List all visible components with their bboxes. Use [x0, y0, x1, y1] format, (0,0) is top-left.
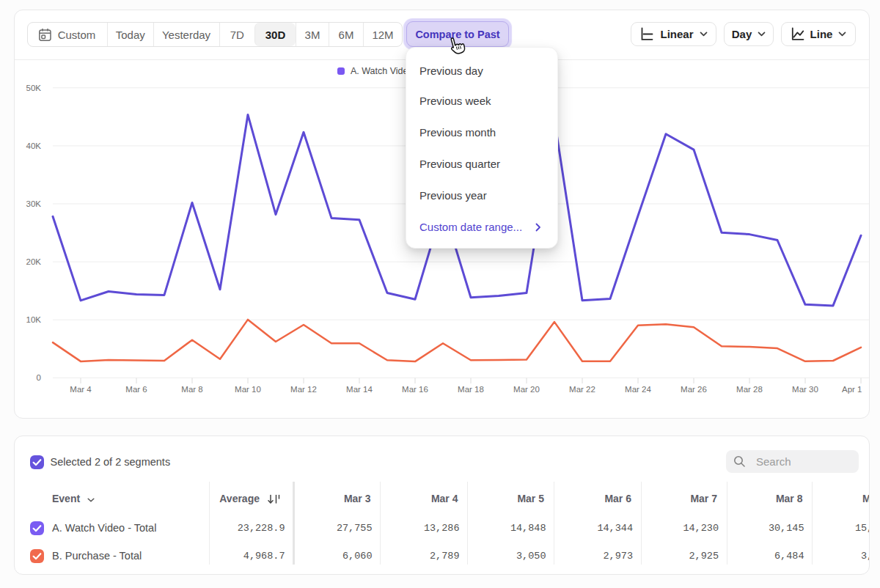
svg-text:Apr 1: Apr 1: [842, 385, 862, 394]
svg-text:Mar 14: Mar 14: [346, 385, 373, 394]
svg-text:10K: 10K: [26, 315, 42, 324]
svg-text:0: 0: [37, 373, 41, 382]
svg-text:Mar 24: Mar 24: [625, 385, 651, 394]
svg-text:50K: 50K: [26, 84, 42, 92]
svg-text:Mar 16: Mar 16: [402, 385, 428, 394]
svg-text:Mar 12: Mar 12: [290, 385, 317, 394]
svg-text:Mar 8: Mar 8: [181, 385, 202, 394]
svg-text:Mar 4: Mar 4: [70, 385, 92, 394]
svg-text:Mar 18: Mar 18: [458, 385, 484, 394]
svg-text:Mar 10: Mar 10: [235, 385, 261, 394]
svg-text:30K: 30K: [26, 199, 42, 208]
svg-text:Mar 28: Mar 28: [736, 385, 763, 394]
svg-text:Mar 6: Mar 6: [125, 385, 147, 394]
svg-text:Mar 22: Mar 22: [569, 385, 595, 394]
svg-text:Mar 20: Mar 20: [513, 385, 540, 394]
svg-text:40K: 40K: [26, 142, 42, 150]
svg-text:20K: 20K: [26, 257, 42, 266]
svg-text:Mar 26: Mar 26: [681, 385, 707, 394]
svg-text:Mar 30: Mar 30: [792, 385, 818, 394]
